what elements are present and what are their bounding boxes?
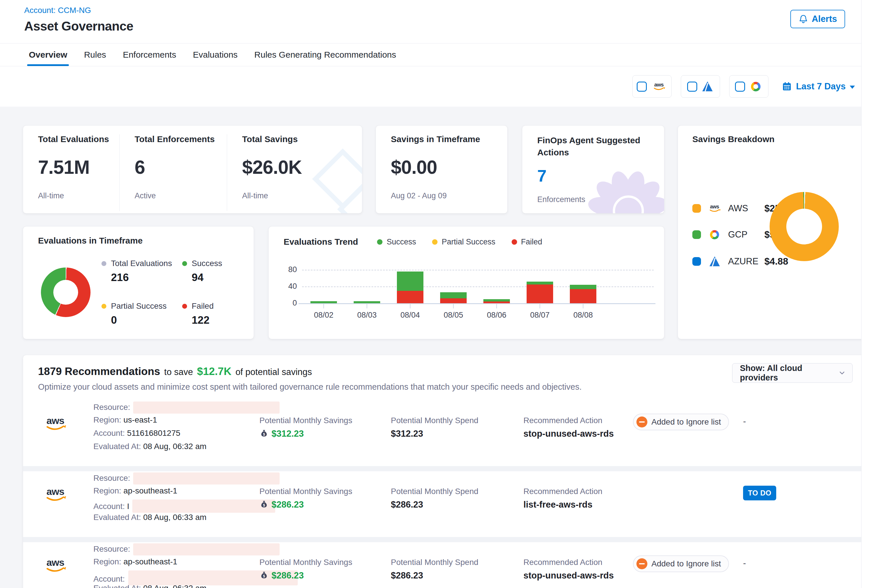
stat-caption: Active	[135, 191, 227, 200]
money-bag-icon: $	[260, 500, 268, 509]
redacted-resource	[133, 472, 280, 484]
trend-bar-group: 08/06	[475, 266, 518, 303]
scroll-gutter[interactable]	[862, 0, 882, 588]
row-separator	[23, 537, 861, 542]
trend-bar-group: 08/02	[302, 266, 345, 303]
partial-dot	[432, 239, 438, 245]
money-bag-icon: $	[260, 571, 268, 580]
aws-swatch	[692, 204, 701, 213]
svg-text:$: $	[263, 574, 265, 578]
potential-savings-amount: $12.7K	[197, 366, 231, 378]
gcp-swatch	[692, 230, 701, 239]
svg-text:aws: aws	[46, 557, 64, 568]
date-range-dropdown[interactable]: Last 7 Days	[782, 81, 855, 92]
donut-hole	[786, 208, 822, 244]
azure-checkbox[interactable]	[687, 82, 697, 92]
aws-logo-icon: aws	[651, 81, 667, 92]
cloud-provider-filter-dropdown[interactable]: Show: All cloud providers	[732, 363, 853, 383]
trend-header: Evaluations Trend Success Partial Succes…	[284, 237, 664, 247]
aws-checkbox[interactable]	[637, 82, 647, 92]
action-label: Recommended Action	[524, 558, 602, 567]
action-label: Recommended Action	[524, 487, 602, 496]
added-to-ignore-list-badge[interactable]: Added to Ignore list	[633, 555, 729, 572]
action-label: Recommended Action	[524, 416, 602, 425]
provider-chip-aws[interactable]: aws	[632, 75, 672, 98]
trend-bar-group: 08/05	[432, 266, 475, 303]
total-dot	[102, 261, 106, 266]
dropdown-label: Show: All cloud providers	[740, 363, 838, 382]
summary-stats-card: Total Evaluations 7.51M All-time Total E…	[23, 126, 362, 213]
gcp-logo-icon	[708, 228, 721, 241]
svg-text:aws: aws	[46, 486, 64, 497]
legend-partial-success: Partial Success 0	[102, 302, 182, 326]
spend-label: Potential Monthly Spend	[391, 558, 478, 567]
legend-success: Success 94	[182, 259, 254, 284]
partial-dot	[102, 304, 106, 309]
action-value: stop-unused-aws-rds	[524, 570, 614, 581]
account-breadcrumb-link[interactable]: Account: CCM-NG	[24, 6, 861, 15]
total-savings-stat: Total Savings $26.0K All-time	[227, 126, 362, 213]
aws-logo-icon: aws	[42, 557, 69, 573]
trend-legend-success: Success	[377, 237, 416, 246]
recommendations-panel: 1879 Recommendations to save $12.7K of p…	[23, 355, 861, 588]
savings-label: Potential Monthly Savings	[260, 487, 352, 496]
overview-content: Total Evaluations 7.51M All-time Total E…	[0, 106, 861, 588]
azure-logo-icon	[701, 80, 713, 93]
y-axis-tick: 40	[285, 282, 297, 291]
recommendations-text: to save	[164, 367, 193, 377]
aws-logo-icon: aws	[707, 204, 722, 213]
card-title: Evaluations Trend	[284, 237, 358, 247]
finops-agent-card: FinOps Agent Suggested Actions 7 Enforce…	[522, 126, 664, 213]
recommendations-text: of potential savings	[236, 367, 312, 377]
aws-logo-icon: aws	[42, 486, 69, 502]
alerts-button-label: Alerts	[812, 14, 837, 24]
provider-name: GCP	[728, 230, 759, 240]
trend-columns: 08/0208/0308/0408/0508/0608/0708/08	[302, 266, 605, 303]
svg-text:aws: aws	[710, 204, 719, 210]
savings-value: $286.23	[272, 500, 304, 510]
tab-evaluations[interactable]: Evaluations	[193, 44, 237, 66]
savings-label: Potential Monthly Savings	[260, 416, 352, 425]
stat-value: $0.00	[391, 156, 507, 178]
total-evaluations-value: 216	[111, 272, 182, 284]
provider-chip-gcp[interactable]	[729, 75, 768, 98]
provider-chip-azure[interactable]	[681, 75, 720, 98]
spend-value: $286.23	[391, 500, 423, 510]
stat-caption: All-time	[38, 191, 119, 200]
card-title: Evaluations in Timeframe	[38, 236, 254, 246]
tab-rules-generating-recommendations[interactable]: Rules Generating Recommendations	[254, 44, 396, 66]
gcp-logo-icon	[749, 80, 762, 93]
tab-overview[interactable]: Overview	[29, 44, 67, 66]
recommendations-subtitle: Optimize your cloud assets and minimize …	[38, 382, 861, 392]
trend-bar-chart: 80 40 0 08/0208/0308/0408/0508/0608/0708…	[285, 266, 654, 326]
tab-enforcements[interactable]: Enforcements	[123, 44, 176, 66]
tab-rules[interactable]: Rules	[84, 44, 106, 66]
trend-bar-group: 08/07	[518, 266, 561, 303]
minus-circle-icon	[636, 558, 647, 569]
azure-swatch	[692, 257, 701, 266]
watermark-flower	[585, 153, 664, 213]
page-title: Asset Governance	[24, 19, 861, 33]
stat-title: Total Savings	[242, 134, 362, 144]
recommendation-row: aws Resource: Region: us-east-1 Account:…	[23, 400, 861, 466]
bell-icon	[798, 14, 808, 24]
todo-status-badge: TO DO	[743, 486, 776, 500]
added-to-ignore-list-badge[interactable]: Added to Ignore list	[633, 414, 729, 430]
savings-breakdown-card: Savings Breakdown aws AWS $25.9K GCP $97…	[678, 126, 861, 339]
legend-failed: Failed 122	[182, 302, 254, 326]
trend-bar-group: 08/04	[388, 266, 432, 303]
alerts-button[interactable]: Alerts	[790, 10, 845, 28]
redacted-resource	[133, 543, 280, 555]
filter-bar: aws	[0, 66, 861, 106]
chevron-down-icon	[850, 86, 855, 89]
redacted-resource	[133, 402, 280, 414]
status-value: -	[743, 417, 746, 426]
legend-total-evaluations: Total Evaluations 216	[102, 259, 182, 284]
recommendations-count: 1879 Recommendations	[38, 366, 160, 378]
provider-name: AZURE	[728, 256, 759, 267]
gcp-checkbox[interactable]	[735, 82, 745, 92]
spend-value: $286.23	[391, 570, 423, 581]
svg-text:aws: aws	[654, 82, 664, 88]
stat-value: 7.51M	[38, 156, 119, 178]
recommendations-header: 1879 Recommendations to save $12.7K of p…	[23, 355, 861, 400]
